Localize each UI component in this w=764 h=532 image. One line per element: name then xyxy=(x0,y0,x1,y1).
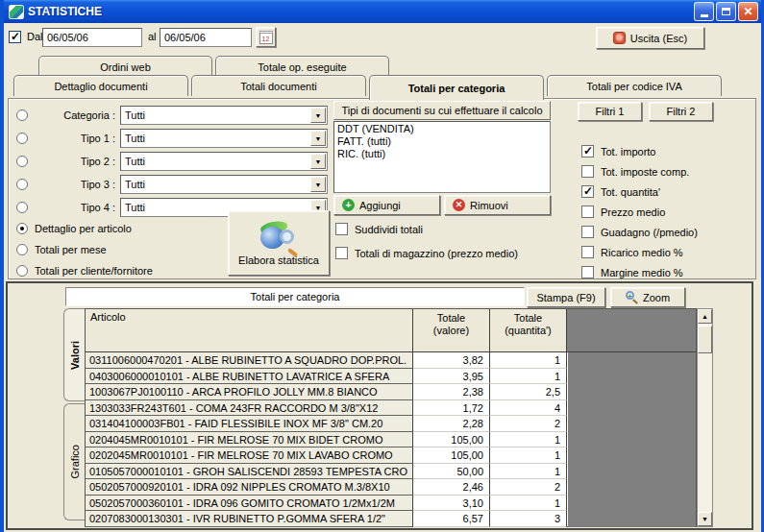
tab-totali-per-codice-iva[interactable]: Totali per codice IVA xyxy=(547,75,722,96)
side-tab-grafico[interactable]: Grafico xyxy=(63,403,86,520)
exit-button[interactable]: Uscita (Esc) xyxy=(596,27,704,49)
option-tot-imposte-comp[interactable]: Tot. imposte comp. xyxy=(581,161,698,181)
titlebar: STATISTICHE ✕ xyxy=(4,0,761,23)
chevron-down-icon[interactable]: ▼ xyxy=(310,108,326,123)
column-header-totale-valore[interactable]: Totale (valore) xyxy=(413,309,490,352)
totali-per-mese-radio[interactable] xyxy=(16,244,28,255)
mode-totali-per-mese[interactable]: Totali per mese xyxy=(16,239,153,260)
table-header: Articolo Totale (valore) Totale (quantit… xyxy=(86,309,696,352)
cell-articolo: 0502057000920101 - IDRA 092 NIPPLES CROM… xyxy=(86,479,413,496)
cell-valore: 50,00 xyxy=(413,464,490,480)
cell-quantita: 1 xyxy=(490,496,567,512)
margine-medio-checkbox[interactable] xyxy=(581,266,594,278)
guadagno-checkbox[interactable] xyxy=(581,226,594,238)
tab-totale-op-eseguite[interactable]: Totale op. eseguite xyxy=(215,56,389,77)
doc-types-title: Tipi di documenti su cui effettuare il c… xyxy=(333,101,551,120)
option-prezzo-medio[interactable]: Prezzo medio xyxy=(581,202,698,222)
tipo2-select[interactable]: Tutti ▼ xyxy=(120,152,328,171)
scroll-down-icon[interactable]: ▼ xyxy=(698,512,712,526)
chevron-down-icon[interactable]: ▼ xyxy=(310,177,326,192)
cell-valore: 1,72 xyxy=(413,400,490,417)
window-controls: ✕ xyxy=(694,2,758,21)
totali-magazzino-checkbox[interactable] xyxy=(335,247,348,259)
elabora-statistica-button[interactable]: Elabora statistica xyxy=(228,210,330,276)
column-header-totale-quantita[interactable]: Totale (quantita') xyxy=(490,309,567,352)
results-panel: Totali per categoria Stampa (F9) + Zoom … xyxy=(6,281,753,530)
calendar-button[interactable] xyxy=(256,27,276,47)
suddividi-totali-option[interactable]: Suddividi totali xyxy=(335,223,423,235)
close-button[interactable]: ✕ xyxy=(738,2,758,21)
prezzo-medio-checkbox[interactable] xyxy=(581,206,594,218)
column-header-articolo[interactable]: Articolo xyxy=(86,309,413,352)
magnifier-plus-icon: + xyxy=(626,291,638,303)
doc-type-item[interactable]: RIC. (tutti) xyxy=(337,148,547,160)
option-ricarico-medio[interactable]: Ricarico medio % xyxy=(581,242,698,262)
aggiungi-button[interactable]: + Aggiungi xyxy=(333,195,440,215)
tab-totali-per-categoria[interactable]: Totali per categoria xyxy=(369,75,544,100)
tipo1-radio[interactable] xyxy=(16,133,28,144)
chevron-down-icon[interactable]: ▼ xyxy=(310,131,326,146)
calendar-icon xyxy=(259,31,273,44)
stampa-button[interactable]: Stampa (F9) xyxy=(527,287,605,307)
scrollbar-thumb[interactable] xyxy=(698,326,712,353)
tipo3-radio[interactable] xyxy=(16,179,28,190)
side-tab-valori[interactable]: Valori xyxy=(63,308,86,401)
cell-quantita: 1 xyxy=(490,464,567,480)
option-guadagno[interactable]: Guadagno (/pmedio) xyxy=(581,222,698,242)
mode-totali-per-cliente-fornitore[interactable]: Totali per cliente/fornitore xyxy=(16,260,153,281)
doc-types-listbox[interactable]: DDT (VENDITA) FATT. (tutti) RIC. (tutti) xyxy=(333,121,551,193)
mode-dettaglio-per-articolo[interactable]: Dettaglio per articolo xyxy=(16,218,153,239)
tipo2-label: Tipo 2 : xyxy=(28,156,120,167)
scroll-up-icon[interactable]: ▲ xyxy=(698,309,712,324)
categoria-select[interactable]: Tutti ▼ xyxy=(120,106,328,125)
totali-per-cliente-fornitore-radio[interactable] xyxy=(16,265,28,277)
chevron-down-icon[interactable]: ▼ xyxy=(310,154,326,169)
x-icon: ✕ xyxy=(453,199,465,211)
results-table: Articolo Totale (valore) Totale (quantit… xyxy=(85,308,697,527)
cell-articolo: 0105057000010101 - GROH SALISCENDI 28593… xyxy=(86,464,413,480)
option-tot-quantita[interactable]: Tot. quantita' xyxy=(581,181,698,202)
tipo3-select[interactable]: Tutti ▼ xyxy=(120,175,328,194)
option-tot-importo[interactable]: Tot. importo xyxy=(581,141,698,161)
tipo4-radio[interactable] xyxy=(16,202,28,213)
close-icon: ✕ xyxy=(743,6,752,17)
plus-icon: + xyxy=(342,199,355,211)
ricarico-medio-checkbox[interactable] xyxy=(581,246,594,258)
rimuovi-button[interactable]: ✕ Rimuovi xyxy=(444,195,551,215)
doc-type-item[interactable]: FATT. (tutti) xyxy=(337,135,547,148)
dal-checkbox[interactable] xyxy=(9,31,21,43)
tipo1-label: Tipo 1 : xyxy=(28,133,120,144)
tipo2-radio[interactable] xyxy=(16,156,28,167)
categoria-label: Categoria : xyxy=(28,109,120,121)
tab-row-upper: Ordini web Totale op. eseguite xyxy=(38,56,389,77)
tab-ordini-web[interactable]: Ordini web xyxy=(38,56,212,77)
cell-valore: 2,46 xyxy=(413,479,490,496)
exit-icon xyxy=(613,32,626,44)
tab-totali-documenti[interactable]: Totali documenti xyxy=(191,75,366,96)
filtri-1-button[interactable]: Filtri 1 xyxy=(578,102,642,121)
tot-quantita-checkbox[interactable] xyxy=(581,185,594,198)
cell-valore: 105,00 xyxy=(413,432,490,448)
cell-articolo: 0502057000360101 - IDRA 096 GOMITO CROMA… xyxy=(86,496,413,512)
dettaglio-per-articolo-radio[interactable] xyxy=(16,223,28,234)
maximize-button[interactable] xyxy=(716,2,736,21)
cell-valore: 3,95 xyxy=(413,369,490,385)
option-margine-medio[interactable]: Margine medio % xyxy=(581,262,698,282)
categoria-radio[interactable] xyxy=(16,109,28,121)
cell-quantita: 2 xyxy=(490,416,567,432)
zoom-button[interactable]: + Zoom xyxy=(610,287,685,307)
cell-valore: 2,28 xyxy=(413,416,490,432)
minimize-button[interactable] xyxy=(694,2,714,21)
tot-importo-checkbox[interactable] xyxy=(581,145,594,157)
doc-type-item[interactable]: DDT (VENDITA) xyxy=(337,123,547,135)
tipo1-select[interactable]: Tutti ▼ xyxy=(120,129,328,148)
cell-articolo: 0204045MR0010101 - FIR MELROSE 70 MIX BI… xyxy=(86,432,413,448)
filtri-2-button[interactable]: Filtri 2 xyxy=(649,102,713,121)
vertical-scrollbar[interactable]: ▲ ▼ xyxy=(697,308,713,527)
suddividi-totali-checkbox[interactable] xyxy=(335,223,348,235)
totali-magazzino-option[interactable]: Totali di magazzino (prezzo medio) xyxy=(335,247,518,259)
al-input[interactable] xyxy=(160,28,252,47)
dal-input[interactable] xyxy=(42,28,142,47)
tab-dettaglio-documenti[interactable]: Dettaglio documenti xyxy=(13,75,188,96)
tot-imposte-comp-checkbox[interactable] xyxy=(581,165,594,178)
